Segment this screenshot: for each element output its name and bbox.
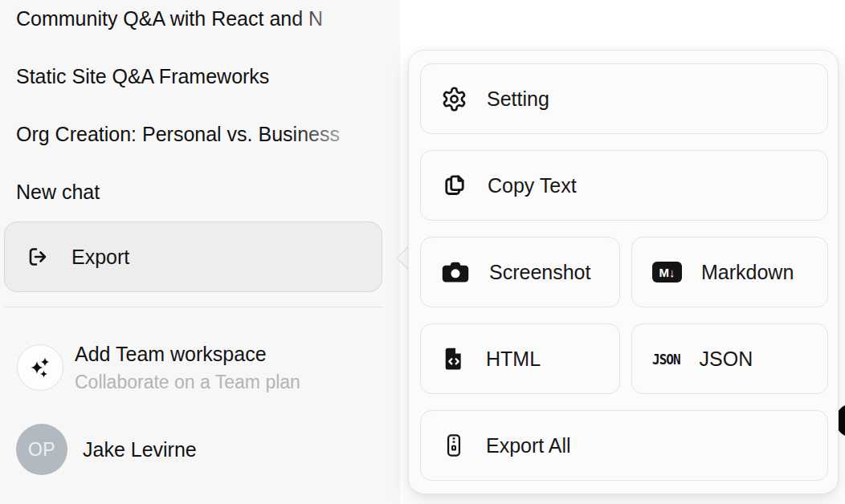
sidebar-item-chat-3[interactable]: Org Creation: Personal vs. Business [16, 120, 399, 148]
menu-item-json-label: JSON [700, 348, 753, 371]
add-team-workspace-subtitle: Collaborate on a Team plan [75, 371, 300, 394]
add-team-workspace-title: Add Team workspace [75, 342, 267, 367]
menu-item-markdown-label: Markdown [701, 261, 794, 284]
menu-item-screenshot[interactable]: Screenshot [420, 237, 620, 307]
gear-icon [441, 86, 467, 112]
menu-item-screenshot-label: Screenshot [489, 261, 590, 284]
user-name: Jake Levirne [83, 437, 197, 462]
export-button[interactable]: Export [4, 222, 382, 292]
sidebar-item-chat-2[interactable]: Static Site Q&A Frameworks [16, 63, 399, 90]
menu-item-export-all-label: Export All [486, 434, 571, 457]
menu-item-export-all[interactable]: Export All [420, 410, 828, 481]
menu-item-setting-label: Setting [487, 87, 549, 111]
export-button-label: Export [71, 246, 129, 269]
menu-item-copy-text[interactable]: Copy Text [420, 150, 828, 221]
menu-item-copy-text-label: Copy Text [488, 174, 577, 197]
sidebar-item-chat-1[interactable]: Community Q&A with React and N [16, 5, 399, 32]
menu-item-markdown[interactable]: M↓ Markdown [631, 237, 828, 307]
export-arrow-icon [25, 245, 49, 269]
html-file-icon [441, 346, 467, 372]
menu-item-html-label: HTML [486, 348, 541, 371]
sidebar-item-new-chat[interactable]: New chat [16, 178, 399, 205]
sidebar: Community Q&A with React and N Static Si… [0, 0, 400, 504]
markdown-badge-icon: M↓ [652, 262, 682, 282]
json-glyph-icon: JSON [652, 350, 680, 368]
screen: Community Q&A with React and N Static Si… [0, 0, 845, 504]
avatar: OP [16, 424, 67, 475]
camera-icon [441, 258, 470, 287]
sidebar-divider [4, 307, 383, 307]
export-menu-popup: Setting Copy Text Screenshot M [408, 50, 839, 494]
zip-file-icon [441, 433, 467, 458]
copy-icon [441, 172, 468, 199]
menu-item-setting[interactable]: Setting [420, 63, 828, 134]
menu-item-html[interactable]: HTML [420, 323, 620, 394]
menu-item-json[interactable]: JSON JSON [631, 323, 828, 394]
sparkles-icon [17, 344, 63, 391]
